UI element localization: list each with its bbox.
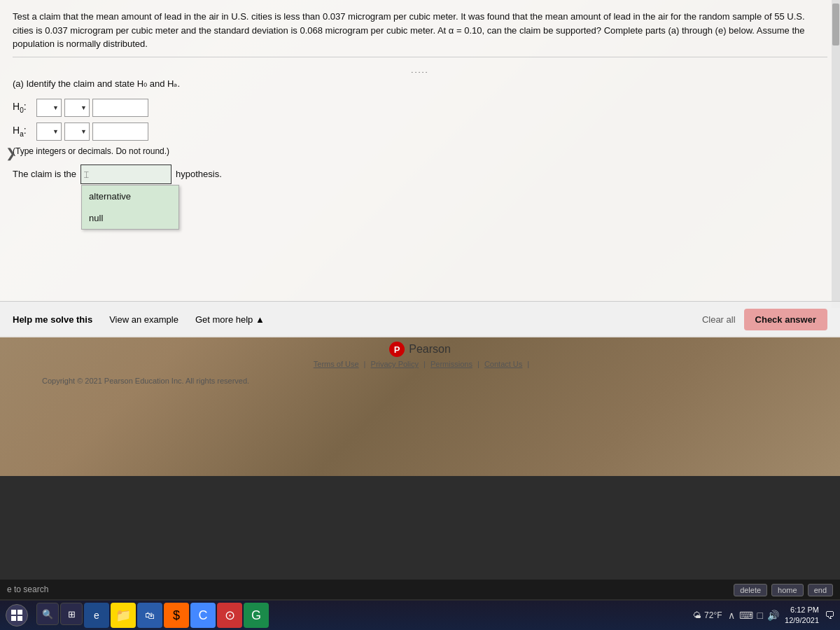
- pearson-logo-area: P Pearson: [0, 336, 840, 363]
- chevron-down-icon: ▼: [52, 128, 59, 135]
- taskbar-apps: 🔍 ⊞ e 📁 🛍 $ C ⊙ G: [36, 603, 269, 628]
- scroll-panel[interactable]: [832, 0, 840, 308]
- ha-value-input[interactable]: [92, 122, 148, 141]
- ha-dropdown-2[interactable]: ▼: [64, 122, 90, 141]
- chevron-down-icon: ▼: [80, 128, 87, 135]
- clock-display[interactable]: 6:12 PM 12/9/2021: [785, 605, 819, 626]
- svg-rect-3: [18, 616, 22, 621]
- svg-rect-0: [11, 610, 16, 615]
- chevron-up-icon[interactable]: ∧: [728, 610, 735, 621]
- taskbar-app-4[interactable]: $: [164, 603, 189, 628]
- pearson-p-icon: P: [389, 342, 405, 357]
- edge-icon: e: [94, 610, 99, 621]
- svg-rect-2: [11, 616, 16, 621]
- action-bar-right: Clear all Check answer: [702, 309, 827, 330]
- check-answer-button[interactable]: Check answer: [744, 309, 827, 330]
- pearson-name: Pearson: [409, 343, 451, 356]
- store-icon: 🛍: [145, 610, 155, 621]
- ha-dropdown-1[interactable]: ▼: [36, 122, 62, 141]
- time-display: 6:12 PM: [785, 605, 819, 615]
- keyboard-shortcuts-area: delete home end: [727, 580, 840, 601]
- screen-icon[interactable]: □: [757, 610, 763, 621]
- widgets-icon: ⊞: [68, 609, 76, 620]
- ha-row: Ha: ▼ ▼: [13, 122, 827, 141]
- footer-links: Terms of Use | Privacy Policy | Permissi…: [0, 360, 840, 368]
- get-more-help-button[interactable]: Get more help ▲: [195, 314, 265, 325]
- clear-all-button[interactable]: Clear all: [702, 314, 736, 325]
- notification-icon[interactable]: 🗨: [825, 610, 834, 621]
- search-icon: 🔍: [42, 609, 53, 620]
- taskbar: 🔍 ⊞ e 📁 🛍 $ C ⊙ G 🌤 72°F: [0, 601, 840, 630]
- temperature: 72°F: [704, 610, 722, 620]
- start-button[interactable]: [6, 604, 28, 626]
- claim-type-dropdown[interactable]: ⌶ alternative null: [80, 164, 172, 184]
- contact-us-link[interactable]: Contact Us: [484, 360, 522, 368]
- claim-suffix: hypothesis.: [176, 169, 222, 179]
- app-5-icon: C: [199, 608, 208, 623]
- taskbar-edge-app[interactable]: e: [84, 603, 109, 628]
- left-arrow-button[interactable]: ❯: [0, 140, 22, 167]
- dots-indicator: .....: [13, 66, 827, 74]
- language-icon[interactable]: ⌨: [739, 610, 753, 621]
- weather-icon: 🌤: [693, 610, 701, 620]
- app-4-icon: $: [173, 608, 180, 623]
- app-6-icon: ⊙: [225, 608, 235, 623]
- h0-dropdown-1[interactable]: ▼: [36, 99, 62, 117]
- terms-of-use-link[interactable]: Terms of Use: [314, 360, 359, 368]
- scroll-thumb[interactable]: [832, 4, 839, 46]
- date-display: 12/9/2021: [785, 615, 819, 626]
- copyright-text: Copyright © 2021 Pearson Education Inc. …: [42, 377, 249, 385]
- taskbar-app-7[interactable]: G: [244, 603, 269, 628]
- pearson-logo: P Pearson: [389, 342, 451, 357]
- cursor-icon: ⌶: [84, 170, 89, 178]
- taskbar-app-5[interactable]: C: [190, 603, 216, 628]
- h0-dropdown-2[interactable]: ▼: [64, 99, 90, 117]
- taskbar-folder-app[interactable]: 📁: [111, 603, 136, 628]
- delete-key[interactable]: delete: [734, 584, 767, 596]
- svg-rect-1: [18, 610, 22, 615]
- h0-label: H0:: [13, 101, 34, 114]
- search-text: e to search: [7, 584, 48, 594]
- copyright-area: Copyright © 2021 Pearson Education Inc. …: [42, 377, 249, 385]
- privacy-policy-link[interactable]: Privacy Policy: [371, 360, 419, 368]
- claim-type-menu: alternative null: [81, 185, 179, 230]
- taskbar-widgets-item[interactable]: ⊞: [60, 603, 83, 625]
- part-a-label: (a) Identify the claim and state H₀ and …: [13, 78, 827, 89]
- search-bar[interactable]: e to search: [0, 580, 840, 599]
- chevron-down-icon: ▼: [80, 104, 87, 111]
- claim-row: The claim is the ⌶ alternative null hypo…: [13, 164, 827, 184]
- h0-row: H0: ▼ ▼: [13, 99, 827, 117]
- action-bar-left: Help me solve this View an example Get m…: [13, 314, 265, 325]
- folder-icon: 📁: [115, 608, 131, 623]
- speaker-icon[interactable]: 🔊: [767, 610, 779, 621]
- content-panel: Test a claim that the mean amount of lea…: [0, 0, 840, 336]
- home-key[interactable]: home: [771, 584, 804, 596]
- view-example-button[interactable]: View an example: [109, 314, 178, 325]
- alternative-option[interactable]: alternative: [82, 186, 178, 207]
- ha-label: Ha:: [13, 125, 34, 138]
- weather-display: 🌤 72°F: [693, 610, 722, 620]
- taskbar-store-app[interactable]: 🛍: [137, 603, 162, 628]
- question-text: Test a claim that the mean amount of lea…: [13, 10, 827, 57]
- action-bar: Help me solve this View an example Get m…: [0, 301, 840, 337]
- end-key[interactable]: end: [808, 584, 833, 596]
- null-option[interactable]: null: [82, 207, 178, 229]
- main-content-area: Test a claim that the mean amount of lea…: [0, 0, 840, 476]
- help-me-solve-button[interactable]: Help me solve this: [13, 314, 92, 325]
- permissions-link[interactable]: Permissions: [430, 360, 472, 368]
- claim-prefix: The claim is the: [13, 169, 76, 179]
- taskbar-app-6[interactable]: ⊙: [217, 603, 242, 628]
- h0-value-input[interactable]: [92, 99, 148, 117]
- taskbar-search-item[interactable]: 🔍: [36, 603, 59, 625]
- system-tray-icons: ∧ ⌨ □ 🔊: [728, 610, 779, 621]
- chevron-down-icon: ▼: [52, 104, 59, 111]
- type-note: (Type integers or decimals. Do not round…: [13, 146, 827, 156]
- app-7-icon: G: [251, 608, 261, 623]
- taskbar-right: 🌤 72°F ∧ ⌨ □ 🔊 6:12 PM 12/9/2021 🗨: [693, 605, 834, 626]
